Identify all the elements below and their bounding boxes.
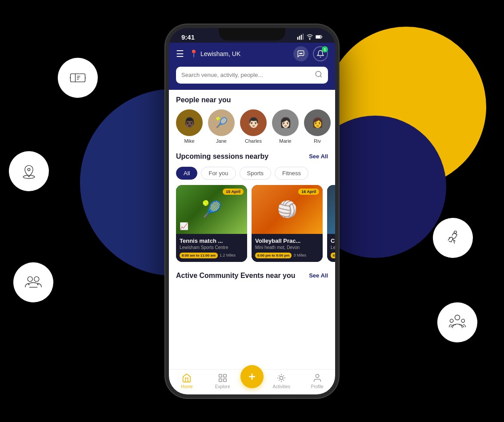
tennis-trend-icon: 📈	[180, 222, 188, 230]
avatar-jane: 🎾	[208, 109, 235, 136]
nav-profile[interactable]: Profile	[300, 373, 336, 389]
svg-point-18	[300, 53, 300, 54]
tab-all[interactable]: All	[176, 167, 197, 180]
status-icons	[297, 33, 323, 40]
sessions-header: Upcoming sessions nearby See All	[169, 149, 335, 164]
svg-rect-17	[316, 36, 321, 38]
svg-point-7	[37, 284, 38, 285]
person-item-jane[interactable]: 🎾 Jane	[208, 109, 235, 144]
nav-home[interactable]: Home	[169, 373, 205, 389]
svg-point-2	[28, 169, 30, 171]
chat-button[interactable]	[293, 46, 308, 61]
tab-for-you[interactable]: For you	[201, 167, 236, 180]
volleyball-time-badge: 6:00 pm to 8:00 pm	[255, 253, 292, 258]
app-content[interactable]: People near you 👨🏿 Mike 🎾 Jane 👨�	[169, 90, 335, 369]
notifications-button[interactable]: 1	[313, 46, 328, 61]
svg-rect-23	[224, 374, 226, 377]
person-name-jane: Jane	[216, 138, 227, 144]
fab-button[interactable]	[240, 365, 264, 388]
nav-explore[interactable]: Explore	[205, 373, 241, 389]
person-item-marie[interactable]: 👩🏻 Marie	[272, 109, 299, 144]
app-header: ☰ 📍 Lewisham, UK 1	[169, 43, 335, 67]
group-icon	[448, 313, 467, 332]
avatar-marie: 👩🏻	[272, 109, 299, 136]
search-icon	[315, 70, 323, 80]
person-name-mike: Mike	[184, 138, 194, 144]
person-name-charles: Charles	[245, 138, 262, 144]
search-input[interactable]	[181, 72, 311, 78]
person-item-charles[interactable]: 👨🏻 Charles	[240, 109, 267, 144]
plus-icon	[247, 371, 257, 382]
home-icon	[182, 373, 192, 383]
svg-rect-15	[303, 34, 304, 40]
svg-rect-24	[219, 378, 222, 381]
users-icon	[24, 273, 43, 292]
tennis-date-badge: 15 April	[223, 189, 244, 195]
session-cards-row: 🎾 15 April 📈 Tennis match ... Lewisham S…	[169, 185, 335, 268]
volleyball-dist-badge: 3 Miles	[293, 253, 306, 257]
sessions-see-all[interactable]: See All	[309, 153, 328, 160]
svg-rect-13	[299, 36, 300, 40]
community-header: Active Community Events near you See All	[169, 268, 335, 283]
svg-point-11	[461, 319, 464, 322]
avatar-charles: 👨🏻	[240, 109, 267, 136]
signal-icon	[297, 33, 304, 40]
person-item-mike[interactable]: 👨🏿 Mike	[176, 109, 203, 144]
header-left: ☰ 📍 Lewisham, UK	[176, 48, 240, 59]
svg-point-6	[28, 284, 29, 285]
profile-icon	[312, 373, 322, 383]
search-bar[interactable]	[176, 67, 328, 84]
tennis-card-image: 🎾 15 April 📈	[176, 185, 247, 234]
tennis-card-body: Tennis match ... Lewisham Sports Centre …	[176, 234, 247, 262]
filter-tabs: All For you Sports Fitness	[169, 164, 335, 185]
tennis-card-meta: 8:00 am to 11:00 am 1.2 Miles	[180, 253, 244, 258]
explore-icon	[218, 373, 228, 383]
session-card-third[interactable]: ⚽ 17 April C... Lew... 6:...	[327, 185, 335, 262]
person-name-marie: Marie	[279, 138, 292, 144]
running-icon-circle	[433, 218, 473, 258]
tab-fitness[interactable]: Fitness	[275, 167, 308, 180]
third-card-body: C... Lew... 6:...	[327, 234, 335, 262]
third-card-meta: 6:...	[331, 253, 335, 258]
users-icon-circle	[13, 262, 53, 302]
bottom-nav: Home Explore Activities	[169, 369, 335, 394]
running-icon	[443, 228, 463, 248]
svg-point-21	[316, 71, 321, 76]
volleyball-card-venue: Mini heath mot, Devon	[255, 245, 319, 250]
third-card-image: ⚽ 17 April	[327, 185, 335, 234]
person-item-riv[interactable]: 👩 Riv	[304, 109, 331, 144]
bottom-spacer	[169, 283, 335, 292]
volleyball-card-body: Volleyball Prac... Mini heath mot, Devon…	[252, 234, 323, 262]
header-right: 1	[293, 46, 328, 61]
svg-point-8	[454, 231, 457, 233]
people-section-title: People near you	[169, 90, 335, 108]
notch	[219, 28, 285, 40]
nav-activities[interactable]: Activities	[264, 373, 300, 389]
volleyball-card-meta: 6:00 pm to 8:00 pm 3 Miles	[255, 253, 319, 258]
group-icon-circle	[437, 302, 477, 342]
volleyball-card-title: Volleyball Prac...	[255, 237, 319, 244]
tennis-time-badge: 8:00 am to 11:00 am	[180, 253, 218, 258]
svg-rect-14	[301, 35, 302, 40]
activities-icon	[276, 373, 286, 383]
tab-sports[interactable]: Sports	[240, 167, 272, 180]
sessions-section-title: Upcoming sessions nearby	[176, 153, 268, 161]
svg-rect-25	[224, 378, 226, 381]
community-section-title: Active Community Events near you	[176, 272, 296, 280]
ticket-icon-circle	[58, 58, 98, 98]
person-name-riv: Riv	[314, 138, 321, 144]
session-card-tennis[interactable]: 🎾 15 April 📈 Tennis match ... Lewisham S…	[176, 185, 247, 262]
svg-point-9	[455, 315, 460, 320]
phone-frame: 9:41 ☰ 📍 Lewisham, UK	[165, 24, 339, 398]
nav-activities-label: Activities	[273, 384, 290, 389]
menu-button[interactable]: ☰	[176, 48, 184, 59]
location-map-icon	[19, 161, 39, 181]
nav-profile-label: Profile	[311, 384, 324, 389]
notification-badge: 1	[322, 46, 328, 52]
location-badge[interactable]: 📍 Lewisham, UK	[189, 49, 240, 58]
third-card-title: C...	[331, 237, 335, 244]
session-card-volleyball[interactable]: 🏐 16 April Volleyball Prac... Mini heath…	[252, 185, 323, 262]
nav-explore-label: Explore	[215, 384, 230, 389]
community-see-all[interactable]: See All	[309, 272, 328, 279]
wifi-icon	[306, 33, 313, 40]
